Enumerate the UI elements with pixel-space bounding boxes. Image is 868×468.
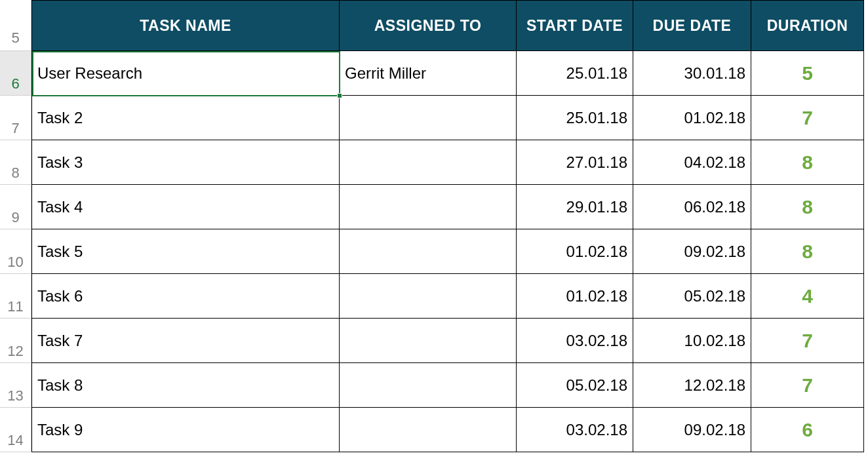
row-header[interactable]: 10 bbox=[0, 229, 31, 274]
cell-duration[interactable]: 8 bbox=[751, 185, 864, 229]
cell-assigned-to[interactable] bbox=[340, 96, 517, 140]
row-header[interactable]: 8 bbox=[0, 140, 31, 185]
column-header-duration[interactable]: DURATION bbox=[751, 0, 864, 51]
cell-task-name[interactable]: Task 2 bbox=[31, 96, 340, 140]
cell-start-date[interactable]: 01.02.18 bbox=[517, 229, 633, 274]
cell-task-name[interactable]: Task 7 bbox=[31, 319, 340, 363]
cell-due-date[interactable]: 06.02.18 bbox=[633, 185, 751, 229]
cell-task-name[interactable]: Task 5 bbox=[31, 229, 340, 274]
cell-assigned-to[interactable] bbox=[340, 363, 517, 408]
row-header[interactable]: 11 bbox=[0, 274, 31, 319]
row-header[interactable]: 6 bbox=[0, 51, 31, 96]
cell-duration[interactable]: 8 bbox=[751, 229, 864, 274]
cell-task-name[interactable]: User Research bbox=[31, 51, 340, 96]
cell-duration[interactable]: 6 bbox=[751, 408, 864, 452]
cell-assigned-to[interactable] bbox=[340, 229, 517, 274]
row-header[interactable]: 13 bbox=[0, 363, 31, 408]
row-header[interactable]: 7 bbox=[0, 96, 31, 140]
cell-due-date[interactable]: 09.02.18 bbox=[633, 408, 751, 452]
cell-due-date[interactable]: 05.02.18 bbox=[633, 274, 751, 319]
row-header[interactable]: 5 bbox=[0, 0, 31, 51]
cell-start-date[interactable]: 03.02.18 bbox=[517, 319, 633, 363]
row-header[interactable]: 9 bbox=[0, 185, 31, 229]
cell-start-date[interactable]: 25.01.18 bbox=[517, 51, 633, 96]
cell-start-date[interactable]: 29.01.18 bbox=[517, 185, 633, 229]
cell-task-name[interactable]: Task 8 bbox=[31, 363, 340, 408]
cell-due-date[interactable]: 12.02.18 bbox=[633, 363, 751, 408]
column-header-task-name[interactable]: TASK NAME bbox=[31, 0, 340, 51]
cell-duration[interactable]: 8 bbox=[751, 140, 864, 185]
cell-duration[interactable]: 7 bbox=[751, 319, 864, 363]
cell-duration[interactable]: 4 bbox=[751, 274, 864, 319]
cell-assigned-to[interactable] bbox=[340, 319, 517, 363]
cell-start-date[interactable]: 05.02.18 bbox=[517, 363, 633, 408]
cell-due-date[interactable]: 04.02.18 bbox=[633, 140, 751, 185]
cell-due-date[interactable]: 30.01.18 bbox=[633, 51, 751, 96]
cell-task-name[interactable]: Task 9 bbox=[31, 408, 340, 452]
row-header[interactable]: 14 bbox=[0, 408, 31, 452]
cell-due-date[interactable]: 10.02.18 bbox=[633, 319, 751, 363]
cell-duration[interactable]: 5 bbox=[751, 51, 864, 96]
cell-due-date[interactable]: 01.02.18 bbox=[633, 96, 751, 140]
cell-start-date[interactable]: 25.01.18 bbox=[517, 96, 633, 140]
cell-task-name[interactable]: Task 4 bbox=[31, 185, 340, 229]
cell-duration[interactable]: 7 bbox=[751, 96, 864, 140]
cell-assigned-to[interactable]: Gerrit Miller bbox=[340, 51, 517, 96]
cell-assigned-to[interactable] bbox=[340, 408, 517, 452]
cell-task-name[interactable]: Task 6 bbox=[31, 274, 340, 319]
cell-assigned-to[interactable] bbox=[340, 274, 517, 319]
column-header-due-date[interactable]: DUE DATE bbox=[633, 0, 751, 51]
cell-start-date[interactable]: 03.02.18 bbox=[517, 408, 633, 452]
cell-task-name[interactable]: Task 3 bbox=[31, 140, 340, 185]
cell-due-date[interactable]: 09.02.18 bbox=[633, 229, 751, 274]
column-header-assigned-to[interactable]: ASSIGNED TO bbox=[340, 0, 517, 51]
cell-start-date[interactable]: 01.02.18 bbox=[517, 274, 633, 319]
cell-start-date[interactable]: 27.01.18 bbox=[517, 140, 633, 185]
row-header[interactable]: 12 bbox=[0, 319, 31, 363]
cell-assigned-to[interactable] bbox=[340, 140, 517, 185]
cell-duration[interactable]: 7 bbox=[751, 363, 864, 408]
spreadsheet-grid: 5 TASK NAME ASSIGNED TO START DATE DUE D… bbox=[0, 0, 868, 452]
cell-assigned-to[interactable] bbox=[340, 185, 517, 229]
column-header-start-date[interactable]: START DATE bbox=[517, 0, 633, 51]
